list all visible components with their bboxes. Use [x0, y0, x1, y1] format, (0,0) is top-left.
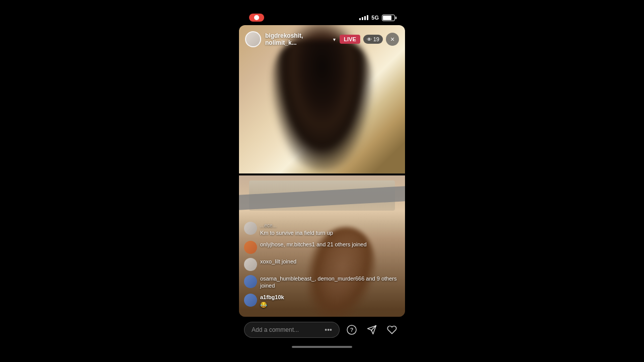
signal-bar-3 — [364, 16, 366, 20]
close-button[interactable]: × — [386, 33, 399, 46]
battery-indicator — [382, 15, 395, 21]
signal-bar-1 — [359, 18, 361, 20]
comment-row: ...ece... Km to survive ina field turn u… — [244, 222, 400, 237]
chevron-down-icon[interactable]: ▾ — [333, 37, 336, 42]
comment-body: osama_humblebeast_, demon_murder666 and … — [260, 276, 397, 289]
viewer-count: 19 — [373, 36, 379, 42]
comment-text: a1fbg10k 😂 — [260, 294, 400, 309]
more-options-button[interactable]: ••• — [325, 326, 332, 334]
comment-avatar — [244, 241, 257, 254]
comment-avatar — [244, 294, 257, 307]
status-bar: 5G — [239, 10, 405, 25]
stream-wrapper[interactable]: bigdrekoshit, nolimit_k... ▾ LIVE 👁 19 ×… — [239, 25, 405, 317]
comment-placeholder: Add a comment... — [252, 326, 299, 333]
comment-avatar — [244, 258, 257, 271]
battery-fill — [383, 16, 391, 20]
comment-avatar — [244, 222, 257, 235]
signal-bars — [359, 15, 368, 20]
comment-username: a1fbg10k — [260, 294, 284, 300]
bottom-bar: Add a comment... ••• ? — [239, 317, 405, 343]
comment-text: osama_humblebeast_, demon_murder666 and … — [260, 275, 400, 290]
recording-indicator — [249, 14, 264, 22]
comment-row: xoxo_lilt joined — [244, 258, 400, 271]
avatar — [245, 31, 261, 47]
recording-dot — [254, 15, 259, 20]
viewer-count-badge: 👁 19 — [363, 35, 383, 44]
eye-icon: 👁 — [367, 37, 372, 42]
comment-text: ...ece... Km to survive ina field turn u… — [260, 222, 400, 237]
comment-row: osama_humblebeast_, demon_murder666 and … — [244, 275, 400, 290]
comments-overlay: ...ece... Km to survive ina field turn u… — [239, 218, 405, 317]
home-indicator — [292, 346, 352, 348]
signal-bar-4 — [367, 15, 368, 20]
comment-row: onlyjhose, mr.bitches1 and 21 others joi… — [244, 241, 400, 254]
partial-username: ...ece... — [260, 223, 277, 228]
stream-username: bigdrekoshit, nolimit_k... — [265, 32, 332, 46]
stream-header: bigdrekoshit, nolimit_k... ▾ LIVE 👁 19 × — [245, 31, 399, 47]
video-top — [239, 25, 405, 173]
send-icon-button[interactable] — [364, 322, 380, 338]
comment-text: xoxo_lilt joined — [260, 258, 400, 265]
live-badge: LIVE — [340, 35, 360, 44]
comment-body: xoxo_lilt joined — [260, 258, 296, 264]
question-icon-button[interactable]: ? — [344, 322, 360, 338]
signal-bar-2 — [362, 17, 363, 20]
comment-body: Km to survive ina field turn up — [260, 230, 333, 236]
network-label: 5G — [371, 15, 379, 21]
comment-avatar — [244, 275, 257, 288]
svg-text:?: ? — [350, 327, 354, 333]
status-right: 5G — [359, 15, 395, 21]
comment-input-area[interactable]: Add a comment... ••• — [244, 322, 340, 338]
comment-emoji: 😂 — [260, 302, 267, 308]
phone-container: 5G bigdrekoshit, nolimit_k... ▾ LIVE 👁 1… — [239, 10, 405, 352]
heart-icon-button[interactable] — [384, 322, 400, 338]
comment-text: onlyjhose, mr.bitches1 and 21 others joi… — [260, 241, 400, 248]
comment-row: a1fbg10k 😂 — [244, 294, 400, 309]
comment-body: onlyjhose, mr.bitches1 and 21 others joi… — [260, 241, 367, 247]
